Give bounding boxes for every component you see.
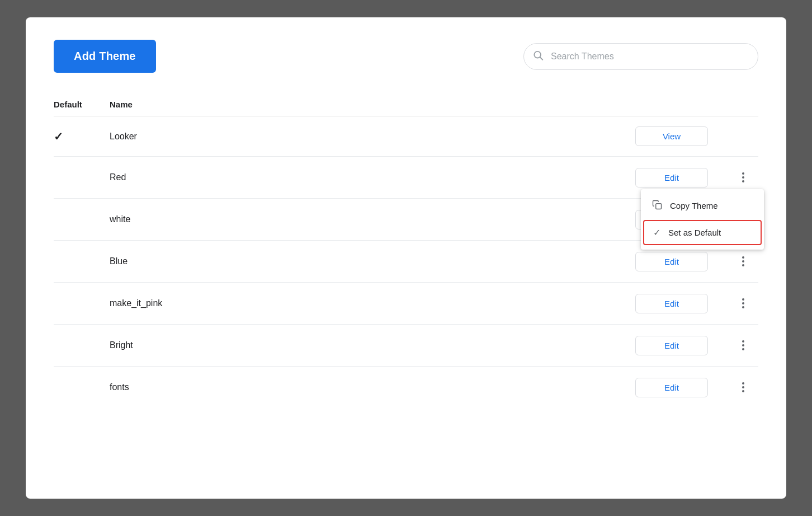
edit-button[interactable]: Edit xyxy=(635,336,708,355)
edit-button[interactable]: Edit xyxy=(635,294,708,313)
edit-button[interactable]: Edit xyxy=(635,378,708,397)
table-row: ✓LookerView xyxy=(54,116,758,157)
toolbar: Add Theme xyxy=(54,40,758,73)
theme-name: white xyxy=(110,214,635,224)
action-col: Edit xyxy=(635,168,725,187)
dropdown-menu: Copy Theme ✓ Set as Default xyxy=(641,189,764,250)
svg-rect-2 xyxy=(656,204,662,209)
action-col: Edit xyxy=(635,252,725,271)
table-row: fontsEdit xyxy=(54,367,758,408)
theme-name: make_it_pink xyxy=(110,298,635,308)
more-options-button[interactable] xyxy=(733,251,754,272)
default-col: ✓ xyxy=(54,130,110,143)
view-button[interactable]: View xyxy=(635,126,708,146)
check-icon: ✓ xyxy=(653,227,660,238)
more-col xyxy=(725,251,758,272)
more-col xyxy=(725,167,758,188)
main-panel: Add Theme Default Name ✓LookerView xyxy=(26,17,786,499)
action-col: Edit xyxy=(635,336,725,355)
search-container xyxy=(523,43,758,70)
theme-name: Blue xyxy=(110,256,635,266)
more-col xyxy=(725,377,758,398)
more-options-button[interactable] xyxy=(733,335,754,356)
table-row: BrightEdit xyxy=(54,325,758,367)
col-header-default: Default xyxy=(54,100,110,109)
more-options-button[interactable] xyxy=(733,377,754,398)
copy-theme-menu-item[interactable]: Copy Theme xyxy=(641,193,764,219)
edit-button[interactable]: Edit xyxy=(635,252,708,271)
theme-name: Looker xyxy=(110,132,635,142)
theme-name: fonts xyxy=(110,382,635,392)
table-row: Copy Theme ✓ Set as Default RedEdit xyxy=(54,157,758,199)
theme-name: Bright xyxy=(110,340,635,350)
default-checkmark: ✓ xyxy=(54,130,63,143)
more-col xyxy=(725,335,758,356)
set-default-label: Set as Default xyxy=(668,228,721,237)
add-theme-button[interactable]: Add Theme xyxy=(54,40,156,73)
action-col: Edit xyxy=(635,378,725,397)
edit-button[interactable]: Edit xyxy=(635,168,708,187)
theme-name: Red xyxy=(110,172,635,182)
more-options-button[interactable] xyxy=(733,293,754,314)
table-header: Default Name xyxy=(54,95,758,116)
copy-icon xyxy=(652,200,662,212)
action-col: View xyxy=(635,126,725,146)
action-col: Edit xyxy=(635,294,725,313)
theme-table: ✓LookerView Copy Theme ✓ Set as Default … xyxy=(54,116,758,408)
table-row: make_it_pinkEdit xyxy=(54,283,758,325)
col-header-name: Name xyxy=(110,100,635,109)
more-col xyxy=(725,293,758,314)
set-default-menu-item[interactable]: ✓ Set as Default xyxy=(643,220,762,245)
copy-theme-label: Copy Theme xyxy=(670,201,718,210)
search-input[interactable] xyxy=(523,43,758,70)
more-options-button[interactable] xyxy=(733,167,754,188)
